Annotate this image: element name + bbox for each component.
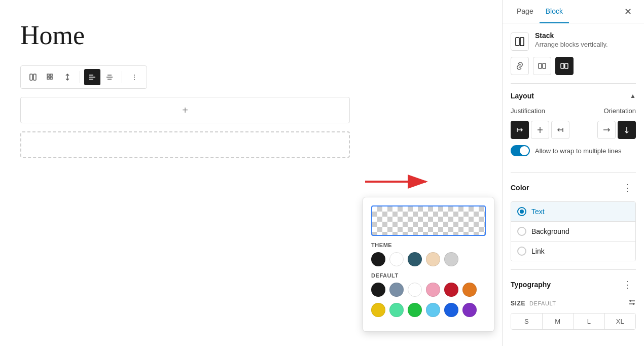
wrap-toggle[interactable]: [511, 145, 530, 156]
size-label: SIZE: [511, 300, 525, 307]
size-default-badge: DEFAULT: [529, 300, 556, 306]
swatch-d-mint[interactable]: [389, 303, 404, 317]
swatch-d-steel[interactable]: [389, 283, 404, 297]
size-l[interactable]: L: [574, 314, 605, 329]
text-radio: [517, 207, 526, 216]
justification-label: Justification: [511, 107, 545, 115]
swatch-light-gray[interactable]: [444, 252, 458, 266]
orient-buttons: [597, 121, 636, 139]
swatch-d-lightblue[interactable]: [426, 303, 440, 317]
svg-rect-2: [47, 74, 49, 76]
theme-label: THEME: [371, 242, 486, 248]
justify-right-btn[interactable]: [551, 121, 569, 139]
theme-swatches: [371, 252, 486, 266]
stack-link-btn[interactable]: [511, 57, 529, 75]
color-option-link[interactable]: Link: [511, 241, 635, 261]
typography-section: Typography ⋮ SIZE DEFAULT S M L: [511, 278, 636, 334]
svg-rect-19: [565, 63, 568, 68]
layout-section: Layout ▲ Justification Orientation: [511, 92, 636, 173]
toolbar-more-btn[interactable]: ⋮: [126, 69, 142, 85]
typography-more-btn[interactable]: ⋮: [620, 278, 636, 291]
swatch-d-pink[interactable]: [426, 283, 440, 297]
layout-justify-row: Justification Orientation: [511, 107, 636, 115]
toolbar-divider-2: [122, 71, 122, 83]
color-picker-popup: THEME DEFAULT: [363, 197, 494, 332]
empty-block: [20, 131, 350, 158]
svg-rect-4: [47, 77, 49, 79]
toolbar-move-btn[interactable]: [59, 69, 76, 85]
toolbar-grid-btn[interactable]: [42, 69, 58, 85]
default-swatches-row2: [371, 303, 486, 317]
right-panel: Page Block ✕ Stack Arrange blocks vertic…: [502, 0, 644, 346]
stack-layout-btn[interactable]: [533, 57, 551, 75]
color-more-btn[interactable]: ⋮: [620, 181, 636, 194]
toolbar-align-center-btn[interactable]: [101, 69, 118, 85]
color-option-background[interactable]: Background: [511, 221, 635, 241]
toolbar-group-2: [84, 69, 118, 85]
color-option-text[interactable]: Text: [511, 202, 635, 221]
arrow-indicator: [365, 171, 436, 192]
svg-rect-1: [33, 74, 36, 80]
swatch-d-orange[interactable]: [462, 283, 477, 297]
tab-block[interactable]: Block: [540, 0, 569, 23]
swatch-black[interactable]: [371, 252, 385, 266]
layout-header: Layout ▲: [511, 92, 636, 100]
layout-collapse-btn[interactable]: ▲: [630, 92, 636, 99]
text-option-label: Text: [531, 207, 545, 216]
stack-buttons: [511, 57, 636, 75]
swatch-d-blue[interactable]: [444, 303, 458, 317]
swatch-d-darkred[interactable]: [444, 283, 458, 297]
typography-header: Typography ⋮: [511, 278, 636, 291]
stack-active-btn[interactable]: [555, 57, 574, 75]
svg-rect-0: [30, 74, 32, 80]
panel-tabs: Page Block ✕: [503, 0, 644, 23]
main-content: Home: [0, 0, 502, 346]
layout-title: Layout: [511, 92, 534, 100]
stack-icon: [511, 32, 529, 51]
stack-info: Stack Arrange blocks vertically.: [535, 31, 608, 48]
size-xl[interactable]: XL: [605, 314, 636, 329]
add-block-button[interactable]: +: [20, 97, 350, 123]
stack-description: Arrange blocks vertically.: [535, 41, 608, 48]
background-option-label: Background: [531, 227, 569, 235]
swatch-d-yellow[interactable]: [371, 303, 385, 317]
panel-content: Stack Arrange blocks vertically.: [503, 23, 644, 346]
wrap-label: Allow to wrap to multiple lines: [535, 147, 622, 155]
swatch-white[interactable]: [389, 252, 404, 266]
color-options: Text Background Link: [511, 201, 636, 261]
size-adjust-btn[interactable]: [628, 298, 636, 308]
tab-page[interactable]: Page: [511, 0, 540, 23]
color-preview[interactable]: [371, 205, 486, 236]
swatch-dark-teal[interactable]: [408, 252, 422, 266]
toolbar-group-1: [25, 69, 76, 85]
orient-horizontal-btn[interactable]: [597, 121, 616, 139]
toolbar-stack-btn[interactable]: [25, 69, 41, 85]
svg-rect-14: [516, 38, 519, 46]
svg-rect-18: [561, 63, 564, 68]
toolbar-align-left-btn[interactable]: [84, 69, 100, 85]
justify-left-btn[interactable]: [511, 121, 529, 139]
swatch-d-green[interactable]: [408, 303, 422, 317]
swatch-d-white[interactable]: [408, 283, 422, 297]
svg-rect-3: [50, 74, 52, 76]
layout-controls-row: [511, 121, 636, 139]
page-title: Home: [20, 20, 482, 50]
toolbar-divider-1: [80, 71, 80, 83]
size-m[interactable]: M: [543, 314, 574, 329]
link-option-label: Link: [531, 247, 545, 255]
svg-rect-16: [539, 63, 542, 68]
default-swatches-row1: [371, 283, 486, 297]
svg-rect-5: [50, 77, 52, 79]
color-section: Color ⋮ Text Background Link: [511, 181, 636, 270]
size-s[interactable]: S: [511, 314, 543, 329]
swatch-d-purple[interactable]: [462, 303, 477, 317]
orientation-label: Orientation: [603, 107, 636, 115]
background-radio: [517, 227, 526, 236]
orient-vertical-btn[interactable]: [618, 121, 636, 139]
justify-buttons: [511, 121, 569, 139]
swatch-light-peach[interactable]: [426, 252, 440, 266]
justify-center-btn[interactable]: [531, 121, 549, 139]
swatch-d-black[interactable]: [371, 283, 385, 297]
close-panel-button[interactable]: ✕: [620, 2, 636, 21]
typography-title: Typography: [511, 281, 551, 289]
